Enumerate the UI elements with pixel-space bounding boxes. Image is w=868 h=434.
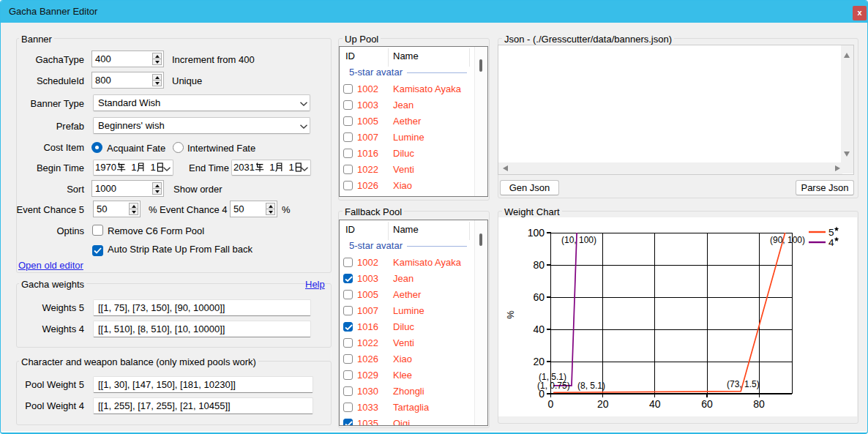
svg-text:100: 100 (528, 227, 545, 239)
svg-text:0: 0 (548, 398, 554, 410)
svg-text:80: 80 (533, 259, 545, 271)
svg-text:%: % (505, 310, 516, 319)
svg-text:(10, 100): (10, 100) (561, 235, 596, 245)
svg-text:(73, 1.5): (73, 1.5) (727, 379, 760, 389)
svg-text:5: 5 (828, 227, 834, 238)
svg-text:60: 60 (701, 398, 713, 410)
svg-text:60: 60 (533, 291, 545, 303)
svg-text:80: 80 (753, 398, 765, 410)
svg-text:(90, 100): (90, 100) (770, 235, 805, 245)
svg-text:20: 20 (533, 356, 545, 367)
svg-text:4: 4 (828, 237, 834, 248)
svg-text:20: 20 (597, 398, 609, 410)
svg-text:40: 40 (649, 398, 661, 410)
svg-text:(8, 5.1): (8, 5.1) (577, 381, 605, 391)
svg-text:(1, 0.75): (1, 0.75) (537, 381, 570, 391)
svg-text:40: 40 (533, 323, 545, 335)
